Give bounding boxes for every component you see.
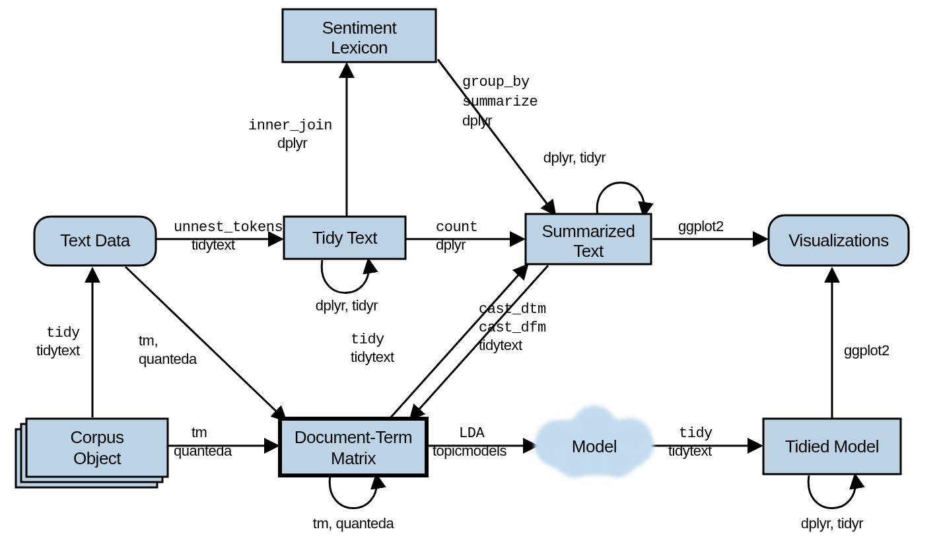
edge-dtm-tidy-fn: tidy [351, 332, 384, 348]
edge-corpus-dtm-l2: quanteda [174, 442, 232, 459]
edge-lda-pkg: topicmodels [433, 442, 506, 459]
edge-groupby-l1: group_by [462, 74, 530, 90]
edge-tm-pkg: quanteda [139, 351, 197, 367]
edge-summ-loop: dplyr, tidyr [543, 149, 606, 166]
node-tidy-text-label: Tidy Text [312, 228, 378, 248]
edge-model-tidy-pkg: tidytext [668, 442, 712, 459]
node-corpus-l1: Corpus [71, 427, 124, 447]
node-dtm-l1: Document-Term [295, 427, 412, 447]
edge-lda-fn: LDA [459, 425, 485, 442]
edge-model-tidy-fn: tidy [679, 425, 713, 442]
node-text-data-label: Text Data [60, 230, 130, 250]
node-sentiment-l1: Sentiment [322, 18, 398, 38]
edge-groupby-pkg: dplyr [462, 112, 492, 129]
edge-unnest-tokens-fn: unnest_tokens [174, 219, 283, 236]
edge-tidy-fn: tidy [46, 325, 80, 341]
node-summ-l1: Summarized [542, 221, 635, 241]
edge-tm-fn: tm, [139, 332, 158, 349]
edge-count-pkg: dplyr [436, 236, 466, 253]
edge-ggplot-right: ggplot2 [844, 342, 889, 359]
node-tidied-model-label: Tidied Model [785, 437, 879, 456]
node-sentiment-l2: Lexicon [331, 38, 388, 57]
node-vis-label: Visualizations [788, 230, 889, 250]
edge-cast-l2: cast_dfm [479, 320, 546, 336]
edge-unnest-tokens-pkg: tidytext [192, 236, 235, 253]
edge-groupby-l2: summarize [462, 94, 538, 110]
diagram-canvas: unnest_tokens tidytext inner_join dplyr … [0, 0, 941, 560]
node-corpus-l2: Object [73, 448, 122, 468]
edge-tidy-pkg: tidytext [36, 342, 80, 359]
node-dtm-l2: Matrix [331, 448, 376, 468]
edge-ggplot-top: ggplot2 [678, 218, 724, 234]
edge-tidied-loop: dplyr, tidyr [801, 515, 863, 532]
edge-cast-pkg: tidytext [479, 337, 522, 353]
node-summ-l2: Text [573, 241, 604, 261]
edge-inner-join-fn: inner_join [248, 118, 332, 134]
edge-count-fn: count [436, 219, 478, 236]
edge-tidytext-loop: dplyr, tidyr [316, 297, 378, 314]
edge-inner-join-pkg: dplyr [277, 135, 307, 151]
node-model-label: Model [572, 437, 617, 456]
edge-dtm-loop: tm, quanteda [313, 515, 395, 532]
edge-dtm-tidy-pkg: tidytext [351, 349, 394, 365]
edge-cast-l1: cast_dtm [479, 301, 546, 318]
edge-corpus-dtm-l1: tm [192, 424, 207, 440]
